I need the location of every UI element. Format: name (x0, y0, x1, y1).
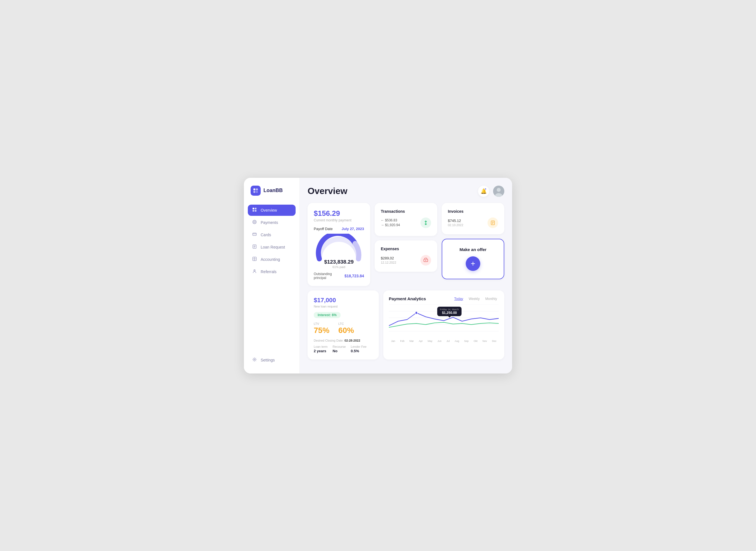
plus-icon: + (471, 259, 475, 268)
invoices-icon (488, 217, 498, 228)
logo-icon (251, 186, 261, 196)
svg-point-8 (253, 220, 256, 224)
sidebar-item-payments[interactable]: Payments (248, 217, 296, 228)
gauge-center: $123,838.29 61% paid (324, 259, 354, 268)
svg-rect-0 (253, 188, 255, 190)
svg-rect-5 (255, 208, 256, 209)
invoices-title: Invoices (448, 209, 498, 213)
offer-card: Make an offer + (442, 239, 504, 279)
loan-term-value: 2 years (314, 349, 326, 353)
sidebar-settings-label: Settings (261, 358, 275, 362)
svg-point-9 (254, 221, 255, 223)
closing-row: Desired Closing Date: 02-28-2022 (314, 339, 373, 342)
offer-title: Make an offer (460, 247, 487, 252)
gauge: $123,838.29 61% paid (314, 234, 364, 268)
sidebar-item-cards-label: Cards (261, 232, 271, 237)
settings-icon (252, 357, 257, 363)
x-label-apr: Apr (419, 340, 423, 343)
payments-icon (252, 220, 257, 225)
tab-today[interactable]: Today (453, 296, 465, 302)
transactions-row: ← $536.83 → $1,920.94 (381, 217, 431, 228)
expenses-row: $289,02 12.12.2022 (381, 255, 431, 265)
logo-text: LoanBB (263, 187, 283, 193)
svg-point-35 (415, 312, 417, 314)
payoff-date: July 27, 2023 (342, 227, 364, 231)
invoices-amount: $745.12 (448, 218, 463, 223)
chart-x-labels: Jan Feb Mar Apr May Jun Jul Aug Sep Okt … (389, 340, 499, 343)
analytics-tabs: Today Weekly Monthly (453, 296, 499, 302)
x-label-feb: Feb (400, 340, 405, 343)
x-label-jul: Jul (446, 340, 450, 343)
closing-label: Desired Closing Date: (314, 339, 344, 342)
payoff-label: Payoff Date (314, 227, 333, 231)
loan-term-item: Loan term 2 years (314, 345, 328, 353)
txn-out: → $1,920.94 (381, 223, 400, 227)
middle-column: Transactions ← $536.83 → $1,920.94 (375, 203, 437, 286)
expenses-amount: $289,02 (381, 256, 396, 260)
recourse-label: Recourse (333, 345, 346, 348)
svg-point-19 (254, 269, 255, 271)
referrals-icon (252, 269, 257, 274)
expenses-date: 12.12.2022 (381, 261, 396, 264)
loan-amount: $156.29 (314, 209, 364, 218)
invoices-row: $745.12 02.10.2022 (448, 217, 498, 228)
transactions-icon (420, 217, 431, 228)
analytics-title: Payment Analytics (389, 296, 426, 301)
expenses-info: $289,02 12.12.2022 (381, 256, 396, 264)
ltv-value: 75% (314, 326, 329, 335)
recourse-item: Recourse No (333, 345, 346, 353)
tab-weekly[interactable]: Weekly (467, 296, 481, 302)
txn-in: ← $536.83 (381, 218, 400, 222)
transactions-amounts: ← $536.83 → $1,920.94 (381, 218, 400, 227)
loan-req-amount: $17,000 (314, 297, 373, 304)
topbar: Overview 🔔 (308, 186, 504, 197)
lender-fee-label: Lender Fee (351, 345, 367, 348)
loan-request-icon (252, 244, 257, 250)
invoices-date: 02.10.2022 (448, 223, 463, 227)
loan-card: $156.29 Current monthly payment Payoff D… (308, 203, 370, 286)
sidebar-item-loan-request-label: Loan Request (261, 245, 285, 249)
invoices-info: $745.12 02.10.2022 (448, 218, 463, 227)
avatar-image (493, 186, 504, 197)
x-label-jun: Jun (438, 340, 442, 343)
sidebar-item-payments-label: Payments (261, 220, 278, 225)
x-label-sep: Sep (464, 340, 469, 343)
x-label-mar: Mar (410, 340, 414, 343)
sidebar-item-referrals[interactable]: Referrals (248, 266, 296, 277)
loan-term-label: Loan term (314, 345, 328, 348)
ltc-value: 60% (338, 326, 354, 335)
x-label-aug: Aug (455, 340, 459, 343)
sidebar-item-referrals-label: Referrals (261, 269, 277, 274)
svg-point-20 (254, 359, 255, 360)
svg-rect-2 (253, 191, 255, 193)
loan-details-row: Loan term 2 years Recourse No Lender Fee… (314, 345, 373, 353)
top-cards-grid: $156.29 Current monthly payment Payoff D… (308, 203, 504, 286)
svg-rect-7 (255, 210, 256, 211)
sidebar-item-cards[interactable]: Cards (248, 229, 296, 240)
lender-fee-item: Lender Fee 0.5% (351, 345, 367, 353)
ltv-label: LTV (314, 322, 329, 326)
gauge-pct: 61% paid (324, 265, 354, 268)
notifications-button[interactable]: 🔔 (478, 186, 489, 197)
cards-icon (252, 232, 257, 237)
main-content: Overview 🔔 (300, 178, 512, 374)
sidebar-item-settings[interactable]: Settings (248, 355, 296, 366)
x-label-may: May (428, 340, 432, 343)
sidebar-item-accounting[interactable]: Accounting (248, 254, 296, 265)
sidebar: LoanBB Overview (244, 178, 300, 374)
sidebar-item-loan-request[interactable]: Loan Request (248, 241, 296, 253)
sidebar-item-overview[interactable]: Overview (248, 205, 296, 216)
gauge-svg (314, 234, 364, 262)
svg-point-25 (425, 260, 426, 261)
make-offer-button[interactable]: + (466, 256, 480, 271)
tab-monthly[interactable]: Monthly (484, 296, 499, 302)
avatar[interactable] (493, 186, 504, 197)
outstanding-value: $18,723.84 (344, 274, 364, 278)
overview-icon (252, 207, 257, 213)
gauge-value: $123,838.29 (324, 259, 354, 265)
svg-rect-10 (253, 233, 256, 235)
analytics-card: Payment Analytics Today Weekly Monthly F… (383, 291, 504, 360)
expenses-card: Expenses $289,02 12.12.2022 (375, 240, 437, 272)
sidebar-item-overview-label: Overview (261, 208, 277, 212)
invoices-card: Invoices $745.12 02.10.2022 (442, 203, 504, 234)
